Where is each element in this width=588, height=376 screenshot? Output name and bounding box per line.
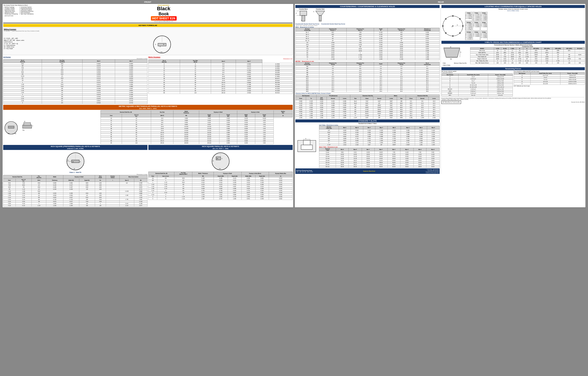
table-row: 4 1/25 1/21 1/41.2501.2545/81/82 1/42.57… (3, 205, 147, 207)
vbelt-row: DIN (X10) 1013 1722 32SPZ SPASPB SPC- (470, 50, 585, 52)
belt-force-table-container: Force required to deflect belt 3/16" per… (514, 71, 585, 96)
svg-rect-32 (300, 11, 307, 15)
front-sheet: The Handy Pocket Size Reference Book ...… (2, 4, 294, 208)
vbelt-comparison-table: BS/ISO A (ZX) B (AX) C (BX) D E SPZ (XPZ… (470, 47, 585, 64)
tslot-row: 3/8"0.4060.4060.4380.5000.3120.6880.1880… (319, 134, 440, 136)
metric-parallel-table: Nominal Shaft Dia. (D) Key Size Width/Th… (101, 110, 293, 144)
table-row: 1 3/83/80.01961.5037 (3, 87, 147, 90)
hole-entry-6: 6-Hole A = 0.27001 B = 0.25000 C = 0.500… (473, 31, 480, 40)
bolt-row: 0.0600.125 0.2030.2340.296 No.57/16"1/02… (296, 100, 440, 102)
vbelt-content: W Wd H V-Belt Minimum Pulley Dia (Pd) V-… (441, 46, 585, 67)
table-row: M1011.020.011.011.022.4 (296, 76, 440, 78)
table-row: 1 3/42 1/25/80.6280.6260.3600.6250.2590.… (149, 188, 293, 190)
table-row: 586518×110.729943.0788 (149, 84, 293, 86)
svg-text:W: W (73, 161, 74, 162)
formula-d: D = Shaft diameter (4, 45, 30, 46)
formula-x2: Also X = W² / 4D (Approx. within 0.002"/… (4, 39, 30, 43)
svg-text:D: D (155, 44, 156, 45)
table-row: 657520×1220.00020.0100.0800.0290.60 (101, 136, 293, 138)
svg-text:V-Belt: V-Belt (443, 63, 446, 64)
website: www.EngineersBlackBook.com (35, 21, 293, 22)
bforce-row: A3 to 4 1/22.50 to 3.37 (514, 74, 585, 77)
belt-force-note: Force required to deflect belt 3/16" per… (514, 71, 585, 72)
table-row: 758522×142.518244.1818 (149, 88, 293, 90)
table-row: 7/161/80.01440.4268 (3, 67, 147, 69)
table-row: M2224.041.023.524.044.0 (296, 88, 440, 90)
barcode: 9781921722126 (441, 101, 461, 104)
drillpoint-badge: Drill Point Sharpening Gauge 118°, 135°,… (296, 170, 313, 173)
table-row: 3/425/321 3/160.81025/321.438 (296, 54, 440, 56)
bolt-row: 0.7501.000 1.0621.0721.750 3/4"25/32"51/… (296, 113, 440, 115)
table-row: 9/163/160.05460.5044 (3, 71, 147, 73)
svg-point-58 (452, 35, 453, 37)
table-row: No. 5#20*9/320.125#220.280 (296, 33, 440, 36)
table-row: M2022.037.021.522.040.3 (296, 86, 440, 88)
metric-note: *NOTE: INCH / METRIC dimensions shown (295, 25, 440, 26)
table-row: 303810×810.00010.0100.0600.0290.40 (101, 125, 293, 128)
svg-text:X: X (305, 138, 306, 139)
formula-x: X = ½ (D – √D² – W²) (4, 38, 30, 39)
counterbore-diagrams: Counter Bore D C Counter Sink (295, 9, 440, 22)
metric-keyways-title: Metric Keyways (148, 56, 293, 58)
svg-text:H: H (221, 158, 222, 159)
table-row: 2 3/43 1/43/40.7500.7523/81/161 7/81.591 (3, 198, 147, 200)
tension-row: Z2 to 44.50 to 6.75 (442, 76, 513, 78)
deflection-note: 3/16" Deflection per foot of span (514, 85, 585, 87)
bolt-row: 0.3750.500 0.5000.6250.625 3/8"13/32"27/… (296, 106, 440, 108)
table-row: 1 3/41/20.02782.1818 (3, 92, 147, 94)
counter-sink-diagram: Counter Sink D C (312, 9, 328, 22)
table-row: 3/43/160.01440.8319 (3, 77, 147, 79)
table-row: M1214.023.013.214.026.0 (296, 78, 440, 80)
table-row: No. 10#2*7/160.215#20.411 (296, 40, 440, 42)
table-row: 3 1/43 3/47/80.8750.8777/161/162.118 (3, 200, 147, 203)
tslots-metric-table: NominalT-Bolt Min XMax X Min YMax Y Min … (319, 148, 440, 168)
rear-sheet: COUNTERBORING / COUNTERSINKING & CLEARAN… (294, 4, 586, 208)
inch-preferred-title: INCH SQUARE (PREFERRED) PARALLEL KEYS & … (3, 145, 147, 150)
table-row: 9511028×1628.00028.0100.0900.0330.60 (101, 142, 293, 144)
hole-entry-3: 3-Hole A = 0.86603 B = 0.43301 C = 0.311… (465, 12, 472, 21)
record-part: Recorder Part No. BB-HSE29 (571, 102, 585, 103)
milling-title: Milling Keyways (4, 29, 292, 30)
table-row: 2 1/45/80.04432.5182 (3, 96, 147, 98)
table-row: 17226×60.981818.0483 (149, 71, 293, 73)
hole-tables-grid: 3-Hole A = 0.86603 B = 0.43301 C = 0.311… (465, 12, 487, 40)
locating-subtitle: Multiply values shown by diameter of pit… (441, 9, 585, 10)
counter-bore-diagram: Counter Bore D C (295, 9, 311, 22)
inch-parallel-table: Nominal Shaft Dia. Key(Square) Width Key… (3, 175, 147, 207)
table-row: 384412×812.00012.0100.0660.0290.40 (101, 128, 293, 130)
table-row: 9511028×162.542245.5414 (149, 92, 293, 94)
svg-text:Wd: Wd (450, 58, 452, 60)
vbelt-row: Top of Belt Width (Wd) 25/641/2 21/327/8… (470, 54, 585, 56)
svg-point-55 (459, 18, 461, 20)
hole-entry-9: 9-Hole A = 0.46985 B = 0.17101 C = 0.309… (480, 12, 487, 21)
svg-point-57 (459, 32, 461, 34)
tensioning-note: Belt Tension Indicator appliedto mid-cen… (441, 71, 513, 73)
bforce-row: B5 to 84.50 to 6.75 (514, 77, 585, 79)
bforce-row: C7 to 129.00 to 15.00 (514, 79, 585, 81)
svg-rect-13 (24, 123, 31, 125)
counterbore-title: COUNTERBORING / COUNTERSINKING & CLEARAN… (295, 5, 440, 8)
milling-desc: To calculate "Y" (total measurement from… (4, 30, 292, 32)
vbelt-row: Height of Belt (H) 15/645/16 13/3217/32 … (470, 58, 585, 60)
svg-text:W: W (163, 44, 164, 45)
metric-parallel-table-container: Nominal Shaft Dia. (D) Key Size Width/Th… (101, 110, 293, 144)
svg-text:H: H (160, 46, 161, 47)
tensioning-table-container: Belt Tension Indicator appliedto mid-cen… (441, 71, 513, 96)
formula-area: Milling Keyways To calculate "Y" (total … (3, 27, 293, 55)
metric-keyways-col: Metric Keyways Dimensions in mm Dia ofSh… (148, 56, 293, 104)
hot-sheet-badge: HOT SHEET E29 (151, 16, 177, 21)
table-row: 8104×40.417411.5826 (149, 65, 293, 67)
keyway-circle-diagram: D W H fin (3, 150, 147, 171)
bforce-row: E21 to 3025.85 to 33.72 (514, 83, 585, 85)
metric-keyways-table: Dia ofShaft (D) Key Size(W×H) Dim X Dim … (148, 60, 293, 94)
tslot-row: 5/16"0.3440.3440.5940.6560.4380.4880.156… (319, 132, 440, 134)
locating-holes-col: LOCATING HOLE COORDINATES FOR EQUALLY SP… (441, 5, 585, 174)
table-row: 2 1/25/80.03752.8710 (3, 98, 147, 100)
table-row: M89.018.09.09.018.3 (296, 74, 440, 76)
table-row: M66.611.06.86.612.0 (296, 72, 440, 74)
svg-point-59 (445, 32, 446, 34)
hole-entry-7: 7-Hole A = 0.27052 B = 0.17101 C = 0.450… (473, 12, 480, 21)
table-row: No. 6#9*5/160.150#230.307 (296, 36, 440, 38)
socket-head-cap-label: Countersink Socket Head Cap Screw Counte… (295, 23, 440, 25)
table-row: 303810×80.460627.4853 (149, 75, 293, 77)
